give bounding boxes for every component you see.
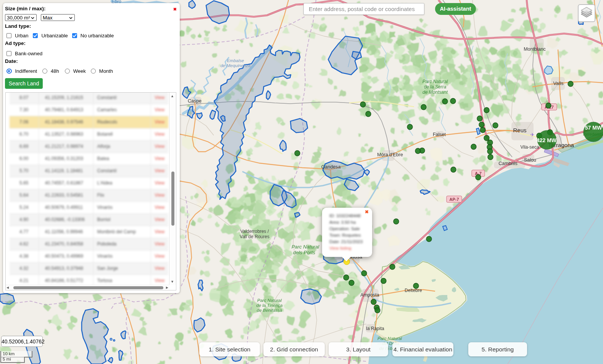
svg-text:de Mequinenza: de Mequinenza [221,63,251,68]
svg-text:Salou: Salou [524,157,536,163]
svg-text:Vall de Roures: Vall de Roures [240,234,269,239]
svg-text:dels Ports: dels Ports [293,250,315,255]
svg-text:Vila-seca: Vila-seca [520,144,539,150]
svg-text:de la Serra: de la Serra [424,84,447,90]
svg-text:de la Tinença: de la Tinença [256,303,283,308]
svg-text:Deltebre: Deltebre [405,288,422,293]
svg-text:AP-7: AP-7 [449,197,459,202]
svg-text:Caspe: Caspe [188,98,202,104]
svg-text:Amposta: Amposta [360,292,379,298]
svg-text:✈: ✈ [530,132,535,138]
svg-text:Embalse: Embalse [227,58,244,63]
svg-text:Cambrils: Cambrils [498,161,517,166]
svg-text:la Ràpita: la Ràpita [366,326,384,331]
svg-text:Falset: Falset [433,132,446,137]
svg-text:de Montsant: de Montsant [422,90,448,95]
svg-text:Parc Natural: Parc Natural [422,79,448,84]
svg-text:Valderrobres /: Valderrobres / [240,229,269,234]
svg-text:Parc Natural: Parc Natural [377,336,402,341]
svg-text:Montblanc: Montblanc [524,47,546,52]
svg-text:Reus: Reus [513,127,526,133]
svg-text:Gandesa: Gandesa [321,164,341,170]
svg-text:422 MW: 422 MW [537,137,557,143]
svg-text:Móra d'Ebre: Móra d'Ebre [377,152,403,157]
svg-text:Parc Natural: Parc Natural [292,244,319,250]
svg-text:Parc Natural: Parc Natural [257,298,282,303]
svg-text:57 MW: 57 MW [585,125,602,131]
svg-text:de Benifassà: de Benifassà [257,308,282,313]
svg-text:Valls: Valls [553,80,564,86]
